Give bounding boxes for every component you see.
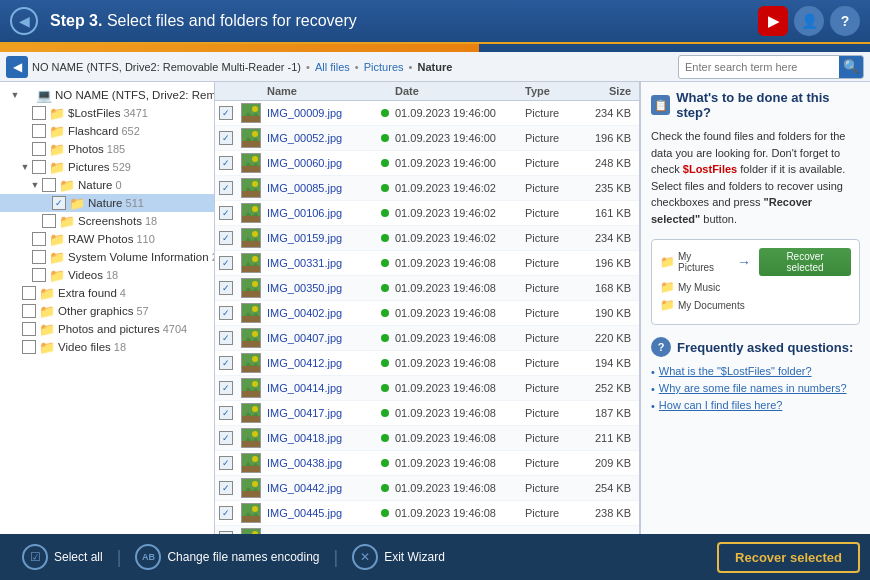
table-row[interactable]: ✓ IMG_00060.jpg 01.09.2023 19:46:00 Pict… [215,151,639,176]
tree-checkbox[interactable] [32,124,46,138]
tree-item[interactable]: 📁Video files18 [0,338,214,356]
recover-selected-button[interactable]: Recover selected [717,542,860,573]
file-checkbox[interactable]: ✓ [219,131,233,145]
table-row[interactable]: ✓ IMG_00445.jpg 01.09.2023 19:46:08 Pict… [215,501,639,526]
breadcrumb-back-button[interactable]: ◀ [6,56,28,78]
table-row[interactable]: ✓ IMG_00414.jpg 01.09.2023 19:46:08 Pict… [215,376,639,401]
tree-item[interactable]: 📁System Volume Information2 [0,248,214,266]
tree-item-count: 110 [136,233,154,245]
tree-checkbox[interactable] [32,250,46,264]
tree-item[interactable]: 📁Screenshots18 [0,212,214,230]
encode-label: Change file names encoding [167,550,319,564]
back-button[interactable]: ◀ [10,7,38,35]
faq-link-1[interactable]: What is the "$LostFiles" folder? [659,365,812,377]
tree-checkbox[interactable] [22,322,36,336]
breadcrumb-pictures[interactable]: Pictures [364,61,404,73]
tree-item[interactable]: ▼📁Pictures529 [0,158,214,176]
tree-checkbox[interactable] [32,160,46,174]
table-row[interactable]: ✓ IMG_00159.jpg 01.09.2023 19:46:02 Pict… [215,226,639,251]
tree-checkbox[interactable]: ✓ [52,196,66,210]
file-checkbox[interactable]: ✓ [219,506,233,520]
tree-item[interactable]: 📁RAW Photos110 [0,230,214,248]
table-row[interactable]: ✓ IMG_00412.jpg 01.09.2023 19:46:08 Pict… [215,351,639,376]
diag-row-2: 📁 My Music [660,280,851,294]
table-row[interactable]: ✓ IMG_00417.jpg 01.09.2023 19:46:08 Pict… [215,401,639,426]
svg-rect-1 [242,116,260,122]
file-thumbnail [241,128,261,148]
tree-checkbox[interactable] [42,178,56,192]
file-checkbox[interactable]: ✓ [219,256,233,270]
file-checkbox[interactable]: ✓ [219,106,233,120]
tree-checkbox[interactable] [42,214,56,228]
tree-checkbox[interactable] [22,304,36,318]
file-checkbox[interactable]: ✓ [219,306,233,320]
file-checkbox[interactable]: ✓ [219,531,233,534]
file-checkbox[interactable]: ✓ [219,206,233,220]
file-checkbox[interactable]: ✓ [219,356,233,370]
search-input[interactable] [679,59,839,75]
file-checkbox[interactable]: ✓ [219,281,233,295]
file-date: 01.09.2023 19:46:08 [395,257,525,269]
col-header-size: Size [580,85,635,97]
svg-rect-13 [242,191,260,197]
status-dot [381,259,389,267]
tree-item[interactable]: ✓📁Nature511 [0,194,214,212]
youtube-button[interactable]: ▶ [758,6,788,36]
tree-checkbox[interactable] [32,142,46,156]
recover-mini-button[interactable]: Recover selected [759,248,851,276]
file-checkbox[interactable]: ✓ [219,406,233,420]
file-name: IMG_00060.jpg [265,157,375,169]
faq-link-3[interactable]: How can I find files here? [659,399,783,411]
encode-button[interactable]: AB Change file names encoding [123,540,331,574]
tree-item[interactable]: 📁Videos18 [0,266,214,284]
svg-point-54 [252,431,258,437]
help-button[interactable]: ? [830,6,860,36]
table-row[interactable]: ✓ IMG_00052.jpg 01.09.2023 19:46:00 Pict… [215,126,639,151]
select-all-button[interactable]: ☑ Select all [10,540,115,574]
tree-checkbox[interactable] [32,232,46,246]
table-row[interactable]: ✓ IMG_00085.jpg 01.09.2023 19:46:02 Pict… [215,176,639,201]
tree-item[interactable]: 📁Other graphics57 [0,302,214,320]
tree-checkbox[interactable] [32,268,46,282]
exit-button[interactable]: ✕ Exit Wizard [340,540,457,574]
faq-item-3: • How can I find files here? [651,399,860,412]
file-checkbox[interactable]: ✓ [219,481,233,495]
file-thumbnail-cell [241,428,265,448]
tree-item[interactable]: 📁$LostFiles3471 [0,104,214,122]
table-row[interactable]: ✓ IMG_00331.jpg 01.09.2023 19:46:08 Pict… [215,251,639,276]
table-row[interactable]: ✓ IMG_00106.jpg 01.09.2023 19:46:02 Pict… [215,201,639,226]
table-row[interactable]: ✓ IMG_00402.jpg 01.09.2023 19:46:08 Pict… [215,301,639,326]
tree-item[interactable]: 📁Extra found4 [0,284,214,302]
file-checkbox[interactable]: ✓ [219,381,233,395]
file-checkbox[interactable]: ✓ [219,331,233,345]
table-row[interactable]: ✓ IMG_00350.jpg 01.09.2023 19:46:08 Pict… [215,276,639,301]
table-row[interactable]: ✓ IMG_00442.jpg 01.09.2023 19:46:08 Pict… [215,476,639,501]
tree-item[interactable]: 📁Photos and pictures4704 [0,320,214,338]
tree-item[interactable]: 📁Photos185 [0,140,214,158]
file-checkbox[interactable]: ✓ [219,456,233,470]
tree-item[interactable]: ▼💻NO NAME (NTFS, Drive2: Remo [0,86,214,104]
faq-link-2[interactable]: Why are some file names in numbers? [659,382,847,394]
file-checkbox[interactable]: ✓ [219,181,233,195]
status-dot [381,484,389,492]
table-row[interactable]: ✓ IMG_00407.jpg 01.09.2023 19:46:08 Pict… [215,326,639,351]
table-row[interactable]: ✓ IMG_00452.jpg 01.09.2023 19:46:10 Pict… [215,526,639,534]
tree-checkbox[interactable] [22,286,36,300]
user-button[interactable]: 👤 [794,6,824,36]
file-status [375,409,395,417]
what-section-title: 📋 What's to be done at this step? [651,90,860,120]
breadcrumb-allfiles[interactable]: All files [315,61,350,73]
tree-checkbox[interactable] [32,106,46,120]
svg-point-34 [252,306,258,312]
table-row[interactable]: ✓ IMG_00438.jpg 01.09.2023 19:46:08 Pict… [215,451,639,476]
tree-item-label: Other graphics [58,305,133,317]
tree-item[interactable]: ▼📁Nature0 [0,176,214,194]
tree-checkbox[interactable] [22,340,36,354]
file-checkbox[interactable]: ✓ [219,156,233,170]
table-row[interactable]: ✓ IMG_00009.jpg 01.09.2023 19:46:00 Pict… [215,101,639,126]
file-checkbox[interactable]: ✓ [219,231,233,245]
file-checkbox[interactable]: ✓ [219,431,233,445]
table-row[interactable]: ✓ IMG_00418.jpg 01.09.2023 19:46:08 Pict… [215,426,639,451]
tree-item[interactable]: 📁Flashcard652 [0,122,214,140]
search-button[interactable]: 🔍 [839,56,863,78]
